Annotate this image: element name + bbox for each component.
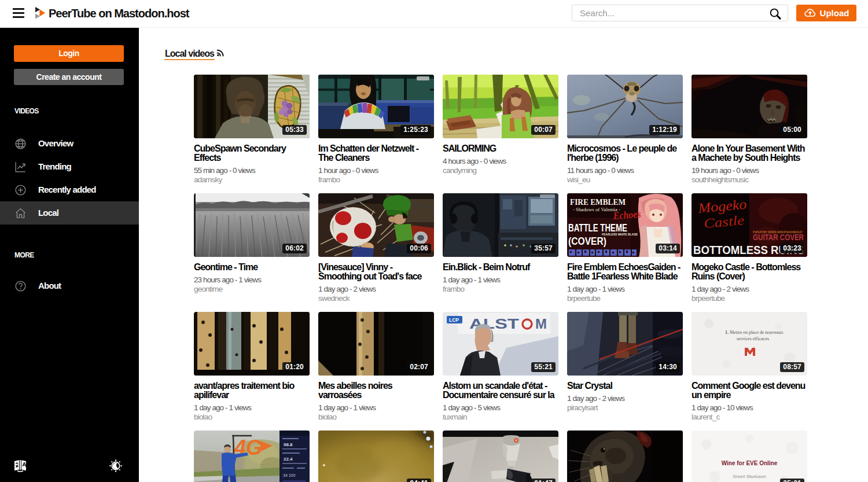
svg-text:LCP: LCP bbox=[449, 317, 459, 323]
svg-text:M: M bbox=[535, 316, 547, 332]
svg-text:Snorri Sturluson: Snorri Sturluson bbox=[733, 474, 766, 479]
svg-text:Echoes: Echoes bbox=[612, 208, 641, 222]
svg-text:FEARLESS WHITE BLADE: FEARLESS WHITE BLADE bbox=[602, 233, 638, 236]
svg-text:1. Mettre en place de nouveaux: 1. Mettre en place de nouveaux bbox=[725, 330, 783, 335]
svg-text:22.4: 22.4 bbox=[284, 457, 293, 462]
svg-text:(COVER): (COVER) bbox=[568, 236, 606, 247]
svg-text:GUITAR COVER: GUITAR COVER bbox=[753, 233, 804, 242]
svg-text:98.8: 98.8 bbox=[284, 442, 293, 447]
svg-text:Wine for EVE Online: Wine for EVE Online bbox=[722, 460, 778, 466]
svg-text:BATTLE THEME: BATTLE THEME bbox=[568, 222, 627, 234]
svg-text:34 100: 34 100 bbox=[283, 473, 296, 477]
svg-text:A: A bbox=[22, 461, 27, 468]
svg-text:services efficaces: services efficaces bbox=[737, 336, 769, 341]
svg-text:FIRE EMBLEM: FIRE EMBLEM bbox=[570, 197, 626, 207]
